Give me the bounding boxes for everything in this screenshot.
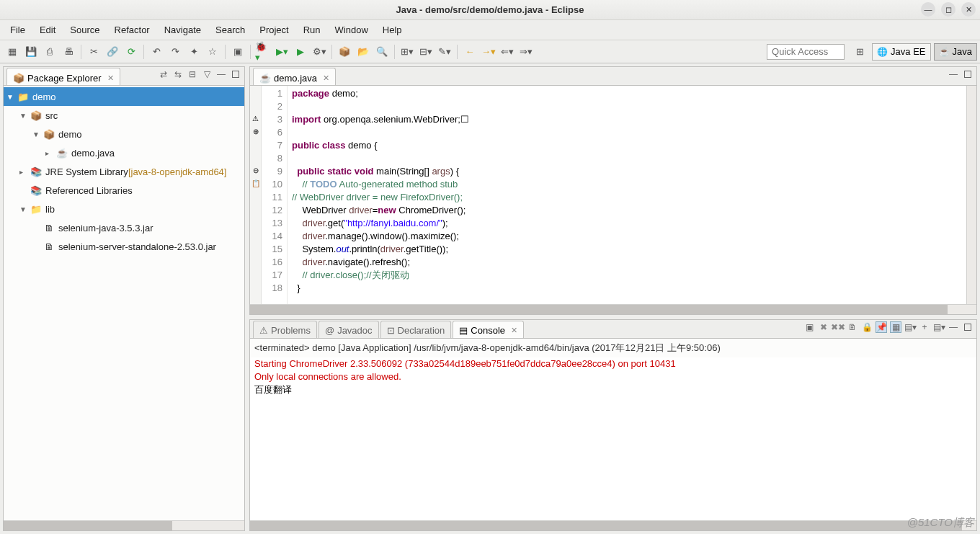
wand-button[interactable]: ✦: [186, 44, 202, 60]
menu-search[interactable]: Search: [208, 22, 252, 38]
menu-window[interactable]: Window: [328, 22, 375, 38]
menu-file[interactable]: File: [3, 22, 32, 38]
editor-tab-label: demo.java: [274, 73, 317, 84]
minimize-view-icon[interactable]: —: [948, 321, 959, 333]
external-tools-button[interactable]: ⚙▾: [311, 44, 327, 60]
scroll-lock-icon[interactable]: 🔒: [861, 321, 873, 333]
redo-button[interactable]: ↷: [167, 44, 183, 60]
menu-run[interactable]: Run: [296, 22, 328, 38]
main-area: 📦 Package Explorer ✕ ⇄ ⇆ ⊟ ▽ — ▼📁demo▼📦s…: [0, 63, 980, 534]
tree-item[interactable]: 🗎selenium-server-standalone-2.53.0.jar: [4, 237, 244, 256]
clear-console-icon[interactable]: 🗎: [847, 321, 858, 333]
debug-button[interactable]: 🐞▾: [255, 44, 271, 60]
cut-button[interactable]: ✂: [86, 44, 102, 60]
nav-button[interactable]: ⊟▾: [418, 44, 434, 60]
close-icon[interactable]: ✕: [107, 74, 114, 83]
tree-item[interactable]: ▼📦demo: [4, 125, 244, 143]
new-console-icon[interactable]: +: [919, 321, 930, 333]
package-explorer-tab[interactable]: 📦 Package Explorer ✕: [6, 68, 120, 85]
maximize-button[interactable]: ◻: [941, 2, 956, 17]
open-perspective-button[interactable]: ⊞: [852, 44, 868, 60]
close-icon[interactable]: ✕: [511, 326, 517, 335]
code-area[interactable]: package demo; import org.openqa.selenium…: [288, 86, 966, 304]
perspective-java[interactable]: ☕ Java: [934, 43, 977, 61]
tab-declaration[interactable]: ⊡ Declaration: [380, 321, 452, 338]
package-explorer-panel: 📦 Package Explorer ✕ ⇄ ⇆ ⊟ ▽ — ▼📁demo▼📦s…: [3, 66, 245, 531]
horizontal-scrollbar[interactable]: [250, 520, 976, 530]
minimize-view-icon[interactable]: —: [215, 68, 227, 80]
tree-item[interactable]: 📚Referenced Libraries: [4, 181, 244, 200]
horizontal-scrollbar[interactable]: [250, 304, 976, 314]
maximize-view-icon[interactable]: [230, 68, 241, 80]
package-explorer-tree[interactable]: ▼📁demo▼📦src▼📦demo▸☕demo.java▸📚JRE System…: [4, 86, 244, 520]
tree-item[interactable]: ▸📚JRE System Library [java-8-openjdk-amd…: [4, 162, 244, 181]
minimize-button[interactable]: —: [921, 2, 935, 17]
menu-refactor[interactable]: Refactor: [107, 22, 157, 38]
close-icon[interactable]: ✕: [323, 74, 329, 83]
collapse-all-icon[interactable]: ⇄: [158, 68, 169, 80]
run-last-button[interactable]: ▶: [293, 44, 308, 60]
link-editor-icon[interactable]: ⇆: [172, 68, 184, 80]
vertical-scrollbar[interactable]: [966, 86, 976, 304]
tree-item[interactable]: ▼📁demo: [4, 87, 244, 106]
menu-navigate[interactable]: Navigate: [157, 22, 208, 38]
annotation-button[interactable]: ✎▾: [437, 44, 453, 60]
terminate-icon[interactable]: ▣: [803, 321, 815, 333]
forward-button[interactable]: →▾: [481, 44, 496, 60]
toolbar-separator: [331, 45, 332, 59]
save-all-button[interactable]: ⎙: [42, 44, 58, 60]
console-menu-icon[interactable]: ▤▾: [933, 321, 945, 333]
search-button[interactable]: 🔍: [374, 44, 390, 60]
editor-tab-demo[interactable]: ☕ demo.java ✕: [253, 68, 336, 85]
tab-console[interactable]: ▤ Console✕: [453, 321, 524, 338]
tree-item[interactable]: ▼📁lib: [4, 200, 244, 218]
refresh-button[interactable]: ⟳: [123, 44, 139, 60]
menu-project[interactable]: Project: [252, 22, 295, 38]
link-button[interactable]: 🔗: [104, 44, 120, 60]
menu-edit[interactable]: Edit: [32, 22, 63, 38]
package-explorer-tabbar: 📦 Package Explorer ✕ ⇄ ⇆ ⊟ ▽ —: [4, 67, 244, 86]
maximize-view-icon[interactable]: [962, 68, 974, 80]
maximize-view-icon[interactable]: [962, 321, 974, 333]
menu-bar: FileEditSourceRefactorNavigateSearchProj…: [0, 20, 980, 40]
display-selected-icon[interactable]: ▦: [890, 321, 901, 333]
print-button[interactable]: 🖶: [61, 44, 76, 60]
window-titlebar: Java - demo/src/demo/demo.java - Eclipse…: [0, 0, 980, 20]
tree-item[interactable]: ▼📦src: [4, 106, 244, 125]
package-explorer-tools: ⇄ ⇆ ⊟ ▽ —: [158, 68, 241, 80]
menu-help[interactable]: Help: [375, 22, 409, 38]
last-edit-button[interactable]: ⇐▾: [499, 44, 515, 60]
next-button[interactable]: ⇒▾: [518, 44, 534, 60]
open-console-icon[interactable]: ▤▾: [904, 321, 916, 333]
remove-launch-icon[interactable]: ✖: [818, 321, 829, 333]
remove-all-icon[interactable]: ✖✖: [832, 321, 844, 333]
new-button[interactable]: ▦: [4, 44, 20, 60]
package-explorer-title: Package Explorer: [27, 73, 102, 84]
minimize-view-icon[interactable]: —: [948, 68, 959, 80]
new-package-button[interactable]: 📦: [337, 44, 352, 60]
tab-javadoc[interactable]: @ Javadoc: [318, 321, 379, 338]
menu-source[interactable]: Source: [63, 22, 107, 38]
editor-body[interactable]: ⚠⊕⊖📋 1 2 3 6 7 8 9 10 11 12 13 14 15 16 …: [250, 86, 976, 304]
pin-console-icon[interactable]: 📌: [876, 321, 887, 333]
undo-button[interactable]: ↶: [148, 44, 164, 60]
window-title: Java - demo/src/demo/demo.java - Eclipse: [396, 4, 584, 15]
tree-item[interactable]: 🗎selenium-java-3.5.3.jar: [4, 218, 244, 237]
save-button[interactable]: 💾: [23, 44, 39, 60]
star-button[interactable]: ☆: [205, 44, 220, 60]
focus-icon[interactable]: ⊟: [187, 68, 198, 80]
tree-item[interactable]: ▸☕demo.java: [4, 143, 244, 162]
toggle-button[interactable]: ⊞▾: [399, 44, 415, 60]
tab-problems[interactable]: ⚠ Problems: [253, 321, 317, 338]
perspective-switcher: ⊞ 🌐 Java EE ☕ Java: [850, 43, 977, 61]
perspective-java-ee[interactable]: 🌐 Java EE: [872, 43, 930, 61]
horizontal-scrollbar[interactable]: [4, 520, 244, 530]
back-button[interactable]: ←: [462, 44, 478, 60]
close-button[interactable]: ✕: [961, 2, 976, 17]
run-button[interactable]: ▶▾: [274, 44, 290, 60]
quick-access-input[interactable]: [767, 44, 845, 60]
open-type-button[interactable]: 📂: [355, 44, 371, 60]
stop-button[interactable]: ▣: [230, 44, 246, 60]
console-output[interactable]: Starting ChromeDriver 2.33.506092 (733a0…: [250, 357, 976, 520]
view-menu-icon[interactable]: ▽: [201, 68, 213, 80]
